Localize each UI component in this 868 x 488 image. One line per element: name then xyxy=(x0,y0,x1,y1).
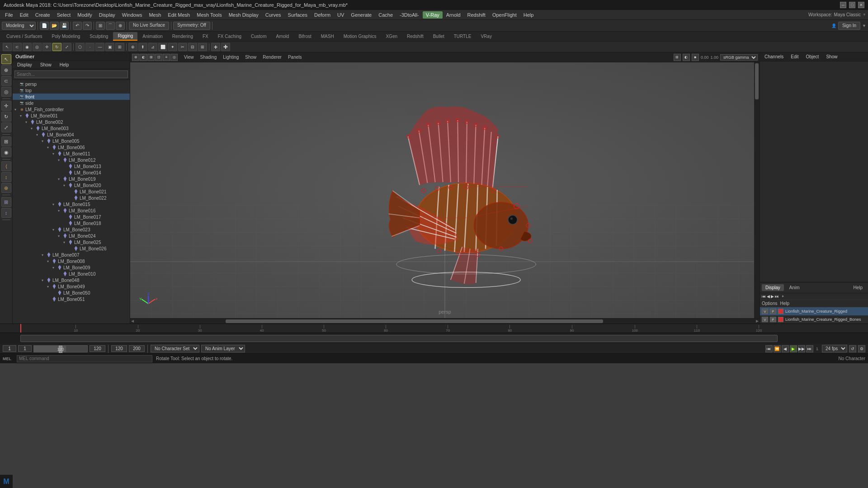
tree-item[interactable]: ▾LM_Bone011 xyxy=(13,150,130,157)
close-button[interactable]: ✕ xyxy=(858,2,864,8)
cut-icon[interactable]: ✂ xyxy=(178,43,187,51)
layer-p-button[interactable]: P xyxy=(770,309,776,314)
tree-expand-icon[interactable]: ▾ xyxy=(36,133,41,137)
menu-item-uv[interactable]: UV xyxy=(334,11,347,19)
layer-arrow-right[interactable]: ▶ xyxy=(771,294,774,299)
tree-expand-icon[interactable]: ▾ xyxy=(47,285,52,289)
ik-handle-left[interactable]: ↕ xyxy=(1,172,11,182)
mode-tab-motion-graphics[interactable]: Motion Graphics xyxy=(339,33,381,40)
sign-in-button[interactable]: Sign In xyxy=(838,22,860,30)
menu-item-generate[interactable]: Generate xyxy=(348,11,375,19)
tree-expand-icon[interactable]: ▾ xyxy=(42,253,46,257)
layer-help-menu[interactable]: Help xyxy=(780,301,789,306)
tree-item[interactable]: 📷side xyxy=(13,100,130,106)
vp-display-icon[interactable]: ⊞ xyxy=(674,54,681,61)
fps-dropdown[interactable]: 24 fps30 fps60 fps xyxy=(822,345,847,352)
menu-item-arnold[interactable]: Arnold xyxy=(443,11,464,19)
append-icon[interactable]: ✦ xyxy=(168,43,177,51)
vp-shading-menu[interactable]: Shading xyxy=(198,54,220,61)
play-button[interactable]: ▶ xyxy=(790,345,797,352)
layer-v-button[interactable]: V xyxy=(762,309,768,314)
menu-item-display[interactable]: Display xyxy=(96,11,118,19)
vertex-icon[interactable]: · xyxy=(85,43,94,51)
tree-item[interactable]: LM_Bone014 xyxy=(13,169,130,176)
tree-item[interactable]: ▾LM_Bone025 xyxy=(13,239,130,245)
layer-arrow-left-left[interactable]: ⏮ xyxy=(762,294,766,299)
bridge-icon[interactable]: ⬜ xyxy=(158,43,167,51)
color-space-dropdown[interactable]: sRGB gamma xyxy=(720,54,758,61)
snap-point-icon[interactable]: ⊕ xyxy=(116,22,125,30)
tree-expand-icon[interactable]: ▾ xyxy=(47,259,52,263)
tree-item[interactable]: ▾LM_Bone006 xyxy=(13,144,130,150)
tree-expand-icon[interactable]: ▾ xyxy=(52,228,57,232)
constraint-left[interactable]: ⊞ xyxy=(1,197,11,207)
tree-item[interactable]: ▾LM_Bone004 xyxy=(13,131,130,138)
tree-item[interactable]: ▾LM_Bone005 xyxy=(13,138,130,144)
tree-expand-icon[interactable]: ▾ xyxy=(58,209,62,213)
next-frame-button[interactable]: ▶▶ xyxy=(798,345,805,352)
new-scene-icon[interactable]: 📄 xyxy=(40,22,49,30)
uvs-icon[interactable]: ⊞ xyxy=(115,43,124,51)
menu-item-edit-mesh[interactable]: Edit Mesh xyxy=(165,11,193,19)
mode-tab-rendering[interactable]: Rendering xyxy=(168,33,198,40)
tree-item[interactable]: LM_Bone021 xyxy=(13,188,130,195)
add-plus-icon[interactable]: + xyxy=(211,43,220,51)
tree-item[interactable]: 📷top xyxy=(13,87,130,94)
minimize-button[interactable]: ─ xyxy=(840,2,846,8)
menu-item-edit[interactable]: Edit xyxy=(17,11,32,19)
tree-item[interactable]: ▾LM_Bone009 xyxy=(13,264,130,271)
menu-item-v-ray[interactable]: V-Ray xyxy=(423,11,443,19)
anim-layer-dropdown[interactable]: No Anim Layer xyxy=(201,345,245,352)
maximize-button[interactable]: □ xyxy=(849,2,855,8)
tree-item[interactable]: ▾LM_Bone049 xyxy=(13,283,130,290)
tree-expand-icon[interactable]: ▾ xyxy=(42,139,46,143)
tree-expand-icon[interactable]: ▾ xyxy=(42,278,46,282)
menu-item-mesh-display[interactable]: Mesh Display xyxy=(226,11,262,19)
edit-tab[interactable]: Edit xyxy=(789,54,800,60)
menu-item-file[interactable]: File xyxy=(2,11,16,19)
vp-display2-icon[interactable]: ■ xyxy=(692,54,699,61)
mode-tab-bullet[interactable]: Bullet xyxy=(429,33,449,40)
mode-tab-fx-caching[interactable]: FX Caching xyxy=(213,33,246,40)
mode-tab-sculpting[interactable]: Sculpting xyxy=(85,33,113,40)
soft-mod-left[interactable]: ◎ xyxy=(1,87,11,97)
mel-input[interactable] xyxy=(17,355,152,362)
tree-expand-icon[interactable]: ▾ xyxy=(58,177,62,181)
tree-expand-icon[interactable]: ▾ xyxy=(52,266,57,270)
channels-tab[interactable]: Channels xyxy=(763,54,785,60)
live-surface-button[interactable]: No Live Surface xyxy=(129,22,169,30)
undo-icon[interactable]: ↶ xyxy=(73,22,82,30)
menu-item-create[interactable]: Create xyxy=(32,11,53,19)
vp-wire-icon[interactable]: ⊞ xyxy=(147,54,155,61)
scale-left[interactable]: ⤢ xyxy=(1,122,11,132)
tree-item[interactable]: LM_Bone026 xyxy=(13,245,130,252)
vp-isolate-icon[interactable]: ◎ xyxy=(170,54,178,61)
move-tool-icon[interactable]: ✛ xyxy=(42,43,52,51)
go-end-button[interactable]: ⏭ xyxy=(806,345,813,352)
layer-add-icon[interactable]: + xyxy=(782,294,784,299)
mode-tab-animation[interactable]: Animation xyxy=(138,33,167,40)
layer-v-button[interactable]: V xyxy=(762,317,768,322)
rotate-left[interactable]: ↻ xyxy=(1,112,11,122)
display-tab[interactable]: Display xyxy=(762,284,784,291)
paint-select-icon[interactable]: ◉ xyxy=(23,43,32,51)
tree-item[interactable]: LM_Bone050 xyxy=(13,290,130,296)
loop-button[interactable]: ↺ xyxy=(849,345,856,352)
vp-show-menu[interactable]: Show xyxy=(242,54,259,61)
tree-item[interactable]: ▾LM_Bone020 xyxy=(13,182,130,188)
mode-tab-curves-surfaces[interactable]: Curves / Surfaces xyxy=(2,33,47,40)
outliner-help-menu[interactable]: Help xyxy=(58,62,71,68)
layer-arrow-left[interactable]: ◀ xyxy=(767,294,770,299)
vp-renderer-menu[interactable]: Renderer xyxy=(260,54,284,61)
vp-grid-icon[interactable]: ⊡ xyxy=(155,54,162,61)
tree-item[interactable]: ▾LM_Bone001 xyxy=(13,113,130,119)
move-left[interactable]: ✛ xyxy=(1,101,11,111)
redo-icon[interactable]: ↷ xyxy=(83,22,92,30)
mode-tab-mash[interactable]: MASH xyxy=(316,33,339,40)
layer-arrow-right-right[interactable]: ⏭ xyxy=(775,294,779,299)
range-slider[interactable]: 120 xyxy=(33,345,88,352)
tree-item[interactable]: ▾LM_Bone016 xyxy=(13,207,130,214)
frame-current-field[interactable] xyxy=(18,345,32,352)
tree-item[interactable]: LM_Bone022 xyxy=(13,195,130,201)
anim-max-field[interactable] xyxy=(129,345,145,352)
